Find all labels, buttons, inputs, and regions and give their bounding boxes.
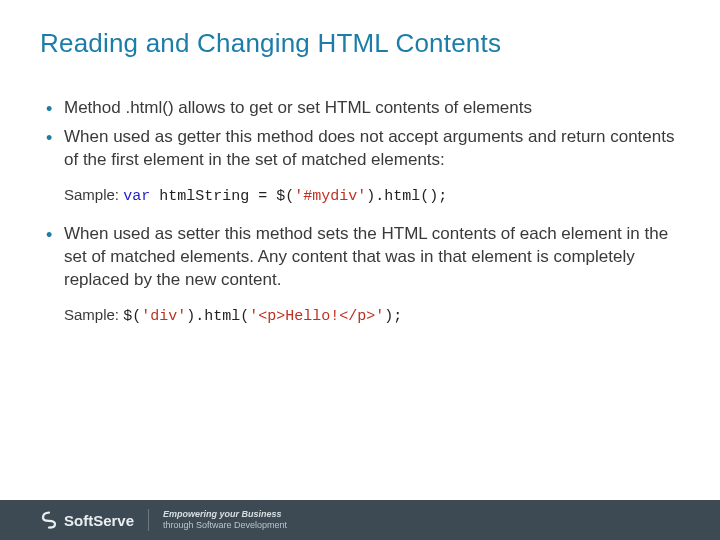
code-string: 'div' <box>141 308 186 325</box>
code-keyword: var <box>123 188 150 205</box>
code-sample-setter: Sample: $('div').html('<p>Hello!</p>'); <box>64 306 680 325</box>
slide: Reading and Changing HTML Contents Metho… <box>0 0 720 540</box>
list-item: Method .html() allows to get or set HTML… <box>44 97 680 120</box>
bullet-list: When used as setter this method sets the… <box>40 223 680 292</box>
code-text: ).html( <box>186 308 249 325</box>
footer-bar: SoftServe Empowering your Business throu… <box>0 500 720 540</box>
tagline-line2: through Software Development <box>163 520 287 531</box>
list-item: When used as getter this method does not… <box>44 126 680 172</box>
footer-tagline: Empowering your Business through Softwar… <box>163 509 287 531</box>
tagline-line1: Empowering your Business <box>163 509 287 520</box>
list-item: When used as setter this method sets the… <box>44 223 680 292</box>
logo-mark-icon <box>40 511 58 529</box>
bullet-list: Method .html() allows to get or set HTML… <box>40 97 680 172</box>
code-text: ); <box>384 308 402 325</box>
brand-name: SoftServe <box>64 512 134 529</box>
brand-logo: SoftServe <box>40 511 134 529</box>
code-text: $( <box>123 308 141 325</box>
code-sample-getter: Sample: var htmlString = $('#mydiv').htm… <box>64 186 680 205</box>
sample-label: Sample: <box>64 306 123 323</box>
sample-label: Sample: <box>64 186 123 203</box>
code-text: ).html(); <box>366 188 447 205</box>
code-string: '#mydiv' <box>294 188 366 205</box>
code-text: htmlString = $( <box>150 188 294 205</box>
slide-title: Reading and Changing HTML Contents <box>40 28 680 59</box>
code-string: '<p>Hello!</p>' <box>249 308 384 325</box>
footer-divider <box>148 509 149 531</box>
